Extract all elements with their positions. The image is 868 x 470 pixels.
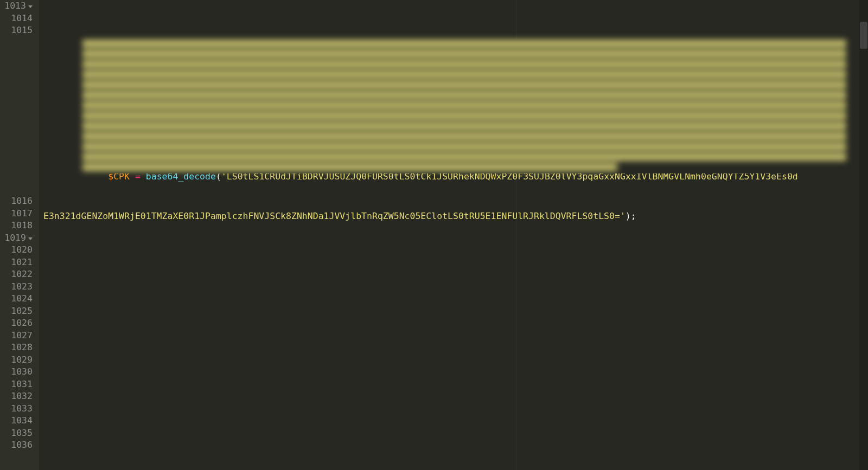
line-number[interactable]: 1017 [0,208,33,220]
vertical-scrollbar[interactable] [859,0,868,470]
line-number[interactable]: 1020 [0,244,33,256]
line-number[interactable]: 1024 [0,293,33,305]
line-number [0,134,33,147]
line-number [0,61,33,74]
line-number[interactable]: 1032 [0,390,33,403]
line-number [0,146,33,159]
line-number [0,122,33,134]
line-number [0,73,33,86]
line-number[interactable]: 1035 [0,427,33,440]
fold-toggle-icon[interactable] [28,232,33,236]
line-number [0,171,33,183]
code-editor: 1013 1014 1015 1016 1017 1018 1019 1020 … [0,0,868,470]
line-number[interactable]: 1013 [0,0,33,12]
line-number[interactable]: 1029 [0,354,33,366]
line-number[interactable]: 1015 [0,24,33,37]
line-number[interactable]: 1018 [0,220,33,232]
scrollbar-thumb[interactable] [860,22,867,49]
line-number[interactable]: 1030 [0,366,33,378]
redacted-key-overlay [82,39,846,173]
line-number [0,37,33,49]
line-number[interactable]: 1034 [0,415,33,427]
line-number[interactable]: 1025 [0,305,33,318]
line-number[interactable]: 1019 [0,232,33,244]
line-number-gutter[interactable]: 1013 1014 1015 1016 1017 1018 1019 1020 … [0,0,39,470]
line-number[interactable]: 1027 [0,330,33,342]
line-number[interactable]: 1028 [0,342,33,354]
line-number [0,159,33,171]
line-number[interactable]: 1022 [0,268,33,281]
line-number[interactable]: 1026 [0,317,33,330]
line-number [0,183,33,196]
fold-toggle-icon[interactable] [28,0,33,4]
line-number[interactable]: 1031 [0,378,33,391]
line-number [0,110,33,123]
line-number[interactable]: 1036 [0,439,33,452]
line-number[interactable]: 1021 [0,256,33,269]
code-line[interactable]: E3n321dGENZoM1WRjE01TMZaXE0R1JPamplczhFN… [43,210,636,223]
line-number [0,49,33,61]
line-number[interactable]: 1023 [0,281,33,293]
line-number[interactable]: 1016 [0,195,33,208]
line-number [0,98,33,110]
line-number [0,86,33,98]
line-number[interactable]: 1014 [0,12,33,25]
wrapped-base64-block [39,232,868,378]
code-area[interactable]: public function redirectErrorPage(){ $dt… [39,0,868,470]
line-number[interactable]: 1033 [0,403,33,415]
